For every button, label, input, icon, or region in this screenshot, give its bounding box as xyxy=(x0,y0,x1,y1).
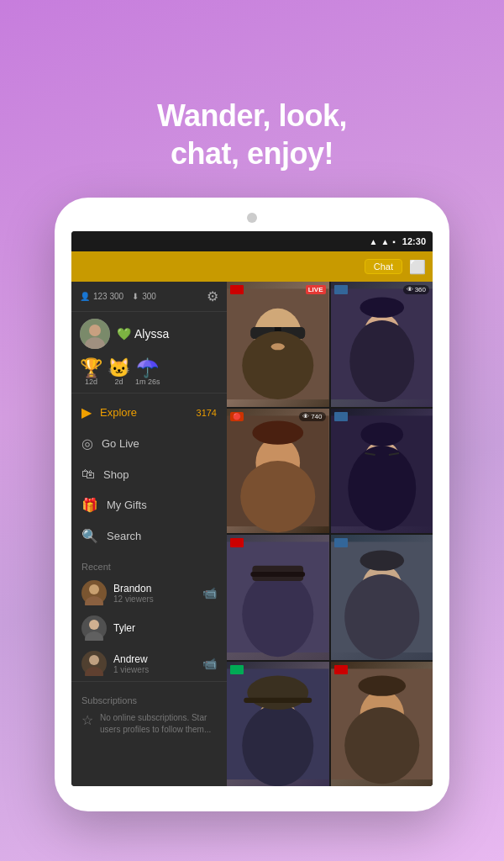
svg-point-10 xyxy=(89,655,99,665)
tyler-avatar xyxy=(81,615,107,641)
tyler-info: Tyler xyxy=(113,622,217,634)
phone-notch xyxy=(247,213,257,223)
video-cell-8[interactable] xyxy=(331,662,433,787)
recent-section-label: Recent xyxy=(71,555,227,575)
flag-5 xyxy=(230,538,244,547)
shop-label: Shop xyxy=(103,468,129,481)
brandon-name: Brandon xyxy=(113,583,196,594)
subscriptions-label: Subscriptions xyxy=(71,689,227,709)
svg-point-7 xyxy=(89,620,99,630)
sidebar-header: 👤 123 300 ⬇ 300 ⚙ xyxy=(71,282,227,312)
andrew-info: Andrew 1 viewers xyxy=(113,653,196,674)
subscriptions-empty-text: No online subscriptions. Star users prof… xyxy=(100,712,217,736)
following-count: 300 xyxy=(142,292,156,301)
andrew-avatar xyxy=(81,651,107,676)
explore-count: 3174 xyxy=(197,408,217,418)
flag-1 xyxy=(230,285,244,294)
video-cell-4[interactable] xyxy=(331,409,433,534)
signal-icon: ▲ xyxy=(370,237,378,246)
recent-item-tyler[interactable]: Tyler xyxy=(71,610,227,646)
flag-7 xyxy=(230,665,244,674)
time-display: 12:30 xyxy=(402,236,426,246)
video-cell-2[interactable]: 👁 360 xyxy=(331,282,433,407)
subscriptions-section: Subscriptions ☆ No online subscriptions.… xyxy=(71,681,227,746)
video-cell-5-overlay xyxy=(227,535,329,660)
badge-umbrella: ☂️ 1m 26s xyxy=(135,359,160,386)
svg-point-1 xyxy=(89,325,101,336)
video-cell-5[interactable] xyxy=(227,535,329,660)
brandon-avatar xyxy=(81,580,107,605)
app-screen: ▲ ▲ ▪ 12:30 Chat ⬜ 👤 123 300 ⬇ xyxy=(71,231,433,786)
badge-cat: 🐱 2d xyxy=(108,359,130,386)
wifi-icon: ▲ xyxy=(381,237,389,246)
explore-label: Explore xyxy=(100,406,137,419)
subscriptions-empty: ☆ No online subscriptions. Star users pr… xyxy=(71,709,227,739)
settings-gear-icon[interactable]: ⚙ xyxy=(207,288,218,304)
hero-section: Wander, look, chat, enjoy! xyxy=(157,46,347,172)
flag-4 xyxy=(334,412,348,421)
nav-item-search[interactable]: 🔍 Search xyxy=(71,520,227,552)
nav-item-mygifts[interactable]: 🎁 My Gifts xyxy=(71,489,227,520)
andrew-video-icon: 📹 xyxy=(202,657,217,670)
username: 💚 Alyssa xyxy=(117,327,169,341)
video-grid: LIVE xyxy=(227,282,433,786)
hero-line2: chat, enjoy! xyxy=(171,136,333,171)
flag-8 xyxy=(334,665,348,674)
heart-icon: 💚 xyxy=(117,327,131,341)
explore-icon: ▶ xyxy=(81,404,92,420)
recent-item-brandon[interactable]: Brandon 12 viewers 📹 xyxy=(71,575,227,610)
user-profile: 💚 Alyssa xyxy=(71,312,227,356)
viewers-2: 👁 360 xyxy=(403,285,429,294)
golive-label: Go Live xyxy=(102,437,139,450)
brandon-info: Brandon 12 viewers xyxy=(113,583,196,604)
video-cell-6[interactable] xyxy=(331,535,433,660)
video-cell-8-overlay xyxy=(331,662,433,787)
golive-icon: ◎ xyxy=(81,436,93,452)
followers-icon: 👤 xyxy=(80,292,90,301)
viewers-3: 👁 740 xyxy=(299,412,325,421)
star-icon: ☆ xyxy=(81,712,93,728)
chat-button[interactable]: Chat xyxy=(365,259,402,274)
video-cell-1-overlay: LIVE xyxy=(227,282,329,407)
brandon-video-icon: 📹 xyxy=(202,586,217,600)
search-icon: 🔍 xyxy=(81,528,98,544)
hero-title: Wander, look, chat, enjoy! xyxy=(157,97,347,172)
video-cell-3-overlay: 🔴 👁 740 xyxy=(227,409,329,534)
flag-2 xyxy=(334,285,348,294)
video-cell-4-overlay xyxy=(331,409,433,534)
badge-vip: 🏆 12d xyxy=(80,359,102,386)
hero-line1: Wander, look, xyxy=(157,98,347,133)
live-badge-1: LIVE xyxy=(306,285,326,294)
brandon-viewers: 12 viewers xyxy=(113,594,196,604)
svg-point-4 xyxy=(89,584,99,594)
gifts-label: My Gifts xyxy=(107,499,147,511)
tyler-name: Tyler xyxy=(113,622,217,634)
flag-6 xyxy=(334,538,348,547)
nav-item-shop[interactable]: 🛍 Shop xyxy=(71,459,227,489)
video-cell-2-overlay: 👁 360 xyxy=(331,282,433,407)
gifts-icon: 🎁 xyxy=(81,497,98,513)
search-label: Search xyxy=(107,530,141,542)
phone-frame: ▲ ▲ ▪ 12:30 Chat ⬜ 👤 123 300 ⬇ xyxy=(55,198,449,811)
top-nav: Chat ⬜ xyxy=(71,251,433,282)
battery-icon: ▪ xyxy=(392,237,396,246)
recent-item-andrew[interactable]: Andrew 1 viewers 📹 xyxy=(71,646,227,681)
following-icon: ⬇ xyxy=(132,292,139,301)
badges-row: 🏆 12d 🐱 2d ☂️ 1m 26s xyxy=(71,356,227,393)
video-camera-icon[interactable]: ⬜ xyxy=(409,259,426,275)
andrew-viewers: 1 viewers xyxy=(113,665,196,674)
nav-item-golive[interactable]: ◎ Go Live xyxy=(71,428,227,459)
video-cell-1[interactable]: LIVE xyxy=(227,282,329,407)
followers-count: 123 300 xyxy=(93,292,123,301)
video-cell-3[interactable]: 🔴 👁 740 xyxy=(227,409,329,534)
live-badge-3: 🔴 xyxy=(230,412,244,421)
status-bar: ▲ ▲ ▪ 12:30 xyxy=(71,231,433,251)
video-cell-7-overlay xyxy=(227,662,329,787)
shop-icon: 🛍 xyxy=(81,467,95,482)
nav-item-explore[interactable]: ▶ Explore 3174 xyxy=(71,397,227,428)
andrew-name: Andrew xyxy=(113,653,196,665)
video-cell-7[interactable] xyxy=(227,662,329,787)
sidebar: 👤 123 300 ⬇ 300 ⚙ xyxy=(71,282,227,786)
main-content: 👤 123 300 ⬇ 300 ⚙ xyxy=(71,282,433,786)
avatar xyxy=(80,319,110,349)
